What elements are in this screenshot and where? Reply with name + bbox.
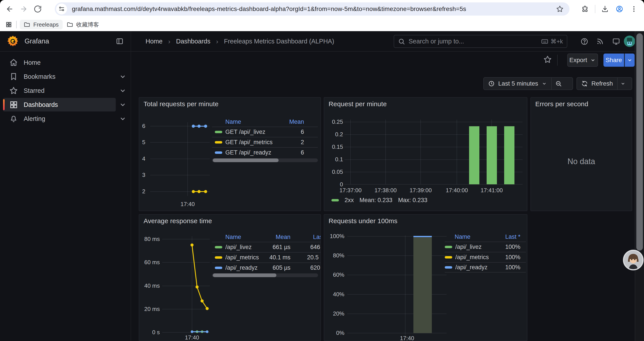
legend-row[interactable]: /api/_metrics 40.1 ms 20.5 ms: [212, 252, 321, 262]
y-tick: 40 ms: [139, 282, 160, 289]
y-tick: 40%: [324, 291, 344, 298]
y-tick: 20%: [324, 310, 344, 317]
chevron-down-icon[interactable]: [119, 115, 127, 123]
grafana-logo[interactable]: [7, 35, 19, 47]
legend-col-last[interactable]: Last *: [505, 233, 526, 240]
sidebar-item-alerting[interactable]: Alerting: [3, 112, 116, 126]
panel-request-per-minute[interactable]: Request per minute 0.25 0.2 0.15 0.1 0.0…: [324, 97, 528, 211]
reload-button[interactable]: [31, 2, 45, 16]
bell-icon: [9, 114, 18, 123]
legend[interactable]: 2xx Mean: 0.233 Max: 0.233: [332, 197, 428, 204]
refresh-button[interactable]: Refresh: [577, 78, 617, 90]
dashboard-toolbar: Export Share: [131, 52, 644, 69]
sidebar-item-dashboards[interactable]: Dashboards: [3, 98, 116, 112]
breadcrumb-home[interactable]: Home: [146, 38, 162, 45]
legend-row[interactable]: /api/_livez 661 µs 646 µs: [212, 242, 321, 252]
url-bar[interactable]: grafana.mathmast.com/d/deytv4rwavabkb/fr…: [55, 3, 570, 16]
share-button[interactable]: Share: [604, 54, 624, 67]
legend-scrollbar[interactable]: [212, 273, 318, 277]
search-input[interactable]: [408, 38, 541, 45]
no-data-message: No data: [531, 157, 632, 166]
home-icon: [9, 58, 18, 67]
series-swatch: [445, 266, 452, 269]
time-range-picker[interactable]: Last 5 minutes: [484, 78, 551, 90]
legend-col-name[interactable]: Name: [212, 234, 264, 240]
breadcrumb-dashboards[interactable]: Dashboards: [176, 38, 210, 45]
breadcrumb-current: Freeleaps Metrics Dashboard (ALPHA): [224, 38, 334, 45]
girl-avatar-icon: [624, 251, 642, 269]
legend-series-name[interactable]: 2xx: [344, 197, 354, 204]
legend-col-name[interactable]: Name: [212, 119, 289, 125]
series-swatch: [332, 199, 339, 201]
x-tick: 17:40: [172, 201, 203, 208]
panel-total-requests-per-minute[interactable]: Total requests per minute 6 5 4 3 2 17:4…: [139, 97, 321, 211]
y-tick: 60%: [324, 271, 344, 278]
search-box[interactable]: ⌘+k: [394, 35, 567, 48]
scrollbar-track[interactable]: [635, 31, 644, 341]
forward-button[interactable]: [17, 2, 31, 16]
panel-requests-under-100ms[interactable]: Requests under 100ms 100% 80% 60% 40% 20…: [324, 214, 528, 341]
series-swatch: [215, 141, 222, 144]
time-range-group: Last 5 minutes: [483, 77, 573, 90]
scrollbar-thumb[interactable]: [636, 33, 643, 251]
legend-row[interactable]: GET /api/_readyz 6: [212, 147, 318, 158]
legend-row[interactable]: /api/_livez 100%: [445, 242, 526, 252]
dashboard-canvas: Last 5 minutes Refresh: [131, 69, 644, 341]
legend-row[interactable]: GET /api/_metrics 2: [212, 137, 318, 147]
user-avatar[interactable]: [624, 36, 635, 47]
legend-col-last[interactable]: Last *: [290, 234, 321, 240]
sidebar-collapse-icon[interactable]: [115, 37, 124, 46]
legend-col-mean[interactable]: Mean: [289, 119, 318, 125]
downloads-icon[interactable]: [599, 3, 611, 15]
y-tick: 2: [139, 188, 145, 195]
news-rss-icon[interactable]: [595, 37, 605, 47]
legend-header: Name Last *: [445, 232, 526, 242]
chevron-down-icon[interactable]: [119, 73, 127, 81]
assistant-avatar-widget[interactable]: [623, 250, 644, 270]
refresh-group: Refresh: [576, 77, 632, 90]
x-tick: 17:37:00: [332, 187, 369, 194]
panel-average-response-time[interactable]: Average response time 80 ms 60 ms 40 ms …: [139, 214, 321, 341]
legend-row[interactable]: /api/_readyz 100%: [445, 262, 526, 272]
extensions-icon[interactable]: [579, 3, 592, 15]
sidebar-item-home[interactable]: Home: [3, 56, 116, 69]
back-button[interactable]: [3, 2, 17, 16]
bookmark-folder-freeleaps[interactable]: Freeleaps: [20, 20, 63, 30]
share-dropdown-button[interactable]: [624, 54, 634, 67]
help-icon[interactable]: [579, 37, 590, 47]
panel-title[interactable]: Errors per second: [535, 100, 588, 108]
y-tick: 80%: [324, 252, 344, 259]
bookmark-star-icon[interactable]: [553, 3, 566, 16]
browser-menu-icon[interactable]: [628, 3, 640, 15]
legend-row[interactable]: /api/_metrics 100%: [445, 252, 526, 262]
display-monitor-icon[interactable]: [611, 37, 621, 47]
bookmark-folder-blogs[interactable]: 收藏博客: [63, 20, 103, 30]
legend-row[interactable]: /api/_readyz 605 µs 620 µs: [212, 262, 321, 273]
legend-col-mean[interactable]: Mean: [264, 234, 290, 240]
sidebar-item-starred[interactable]: Starred: [3, 84, 116, 97]
legend-col-name[interactable]: Name: [445, 233, 505, 240]
panel-errors-per-second[interactable]: Errors per second No data: [530, 97, 632, 211]
legend-max: Max: 0.233: [398, 197, 428, 204]
favorite-star-icon[interactable]: [543, 55, 553, 65]
profile-avatar-icon[interactable]: [613, 3, 626, 15]
chevron-down-icon[interactable]: [119, 87, 127, 95]
chevron-down-icon: [590, 57, 596, 63]
main-area: Home › Dashboards › Freeleaps Metrics Da…: [131, 31, 644, 341]
refresh-interval-dropdown[interactable]: [618, 78, 628, 90]
legend-table: Name Mean Last * /api/_livez 661 µs 646 …: [212, 232, 321, 273]
sidebar-header: Grafana: [0, 31, 131, 52]
chevron-down-icon[interactable]: [119, 101, 127, 109]
zoom-out-button[interactable]: [552, 78, 565, 90]
series-swatch: [215, 151, 222, 154]
legend-scrollbar[interactable]: [212, 158, 318, 162]
export-button[interactable]: Export: [567, 54, 598, 67]
sidebar: Grafana Home Bookmarks Starred: [0, 31, 131, 341]
apps-grid-icon[interactable]: [3, 20, 15, 30]
url-text[interactable]: grafana.mathmast.com/d/deytv4rwavabkb/fr…: [72, 6, 553, 13]
site-settings-icon[interactable]: [56, 4, 67, 15]
legend-row[interactable]: GET /api/_livez 6: [212, 127, 318, 137]
x-tick: 17:40: [392, 335, 422, 341]
search-shortcut: ⌘+k: [541, 38, 563, 45]
sidebar-item-bookmarks[interactable]: Bookmarks: [3, 70, 116, 83]
